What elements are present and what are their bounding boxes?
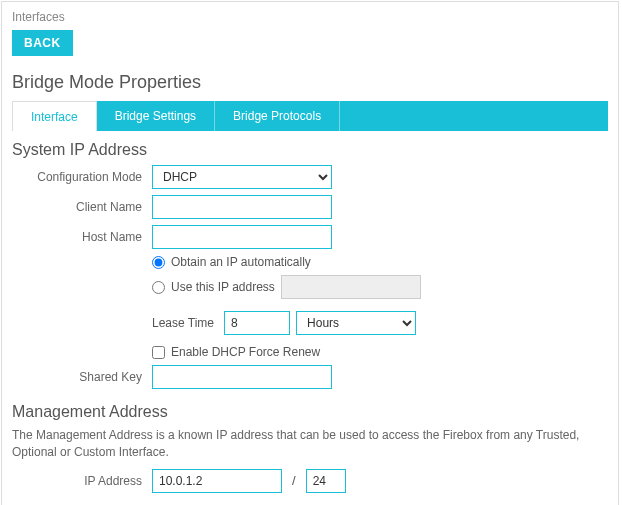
shared-key-input[interactable]: [152, 365, 332, 389]
lease-time-label: Lease Time: [152, 316, 214, 330]
mgmt-ip-input[interactable]: [152, 469, 282, 493]
tab-bridge-protocols[interactable]: Bridge Protocols: [215, 101, 340, 131]
tabs: Interface Bridge Settings Bridge Protoco…: [12, 101, 608, 131]
ip-mask-separator: /: [292, 473, 296, 488]
host-name-label: Host Name: [12, 230, 152, 244]
panel: Interfaces BACK Bridge Mode Properties I…: [1, 1, 619, 505]
back-button[interactable]: BACK: [12, 30, 73, 56]
tab-interface[interactable]: Interface: [12, 101, 97, 131]
client-name-label: Client Name: [12, 200, 152, 214]
force-renew-checkbox[interactable]: [152, 346, 165, 359]
force-renew-label: Enable DHCP Force Renew: [171, 345, 320, 359]
radio-use-ip-label: Use this IP address: [171, 280, 275, 294]
lease-time-input[interactable]: [224, 311, 290, 335]
mgmt-hint: The Management Address is a known IP add…: [12, 427, 608, 461]
host-name-input[interactable]: [152, 225, 332, 249]
radio-use-ip[interactable]: [152, 281, 165, 294]
shared-key-label: Shared Key: [12, 370, 152, 384]
config-mode-select[interactable]: DHCP: [152, 165, 332, 189]
mgmt-ip-label: IP Address: [12, 474, 152, 488]
tab-bridge-settings[interactable]: Bridge Settings: [97, 101, 215, 131]
breadcrumb: Interfaces: [12, 10, 608, 24]
lease-unit-select[interactable]: Hours: [296, 311, 416, 335]
radio-auto-ip[interactable]: [152, 256, 165, 269]
radio-auto-ip-label: Obtain an IP automatically: [171, 255, 311, 269]
system-ip-title: System IP Address: [12, 141, 608, 159]
page-title: Bridge Mode Properties: [12, 72, 608, 93]
config-mode-label: Configuration Mode: [12, 170, 152, 184]
mgmt-mask-input[interactable]: [306, 469, 346, 493]
use-ip-input: [281, 275, 421, 299]
client-name-input[interactable]: [152, 195, 332, 219]
mgmt-title: Management Address: [12, 403, 608, 421]
